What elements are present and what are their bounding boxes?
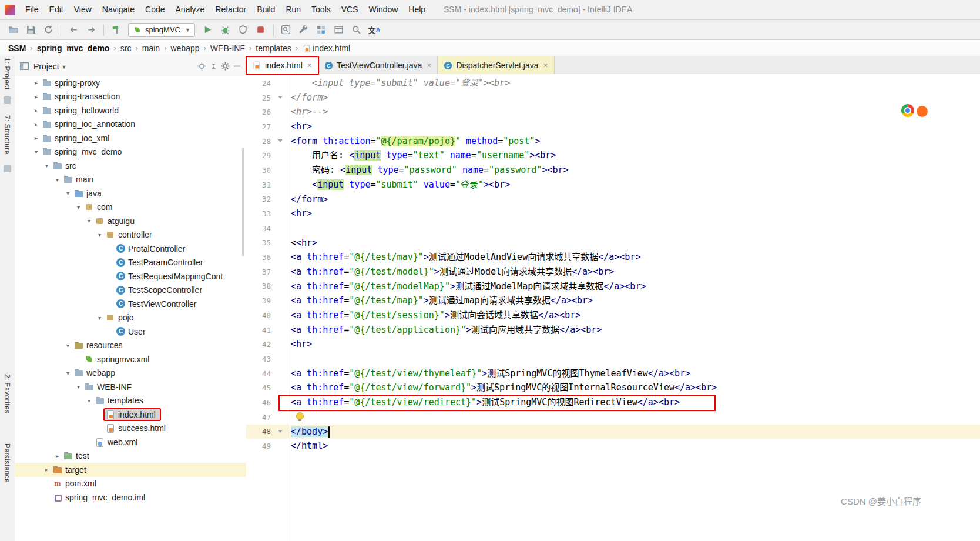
- tree-item[interactable]: CTestScopeController: [115, 285, 206, 295]
- tree-collapsed-arrow-icon[interactable]: ▸: [31, 121, 41, 128]
- code-text[interactable]: <hr>: [288, 119, 980, 134]
- tree-collapsed-arrow-icon[interactable]: ▸: [42, 466, 52, 473]
- save-all-icon[interactable]: [24, 23, 38, 37]
- editor-line[interactable]: 33<hr>: [246, 206, 980, 221]
- open-project-icon[interactable]: [6, 23, 20, 37]
- tree-collapsed-arrow-icon[interactable]: ▸: [31, 93, 41, 100]
- tree-row[interactable]: web.xml: [15, 435, 246, 449]
- tool-window-button-favorites[interactable]: 2: Favorites: [3, 374, 11, 414]
- tree-item[interactable]: CTestViewController: [115, 299, 200, 309]
- tree-row[interactable]: ▸spring-transaction: [15, 90, 246, 104]
- breadcrumb-item[interactable]: templates: [256, 44, 291, 53]
- translate-icon[interactable]: 文A: [367, 23, 381, 37]
- build-icon[interactable]: [109, 23, 123, 37]
- editor-line[interactable]: 49</html>: [246, 439, 980, 453]
- tree-row[interactable]: ▾com: [15, 201, 246, 215]
- fold-marker[interactable]: [273, 134, 288, 149]
- tree-expanded-arrow-icon[interactable]: ▾: [63, 342, 73, 349]
- code-text[interactable]: <a th:href="@{/test/view/thymeleaf}">测试S…: [288, 366, 980, 381]
- tree-row[interactable]: ▾src: [15, 159, 246, 173]
- tool-window-button-project[interactable]: 1: Project: [3, 58, 11, 90]
- hide-icon[interactable]: [231, 61, 243, 72]
- tree-row[interactable]: ▾main: [15, 173, 246, 187]
- code-text[interactable]: <a th:href="@{/test/view/forward}">测试Spr…: [288, 380, 980, 395]
- tab-dispatcherservlet-java[interactable]: CDispatcherServlet.java×: [438, 56, 554, 74]
- tree-row[interactable]: ▸spring_ioc_annotation: [15, 118, 246, 132]
- tool-window-button-structure[interactable]: 7: Structure: [3, 115, 11, 155]
- breadcrumb-item[interactable]: src: [120, 44, 132, 53]
- tree-collapsed-arrow-icon[interactable]: ▸: [31, 79, 41, 86]
- code-text[interactable]: <hr>: [288, 206, 980, 221]
- menu-analyze[interactable]: Analyze: [170, 0, 210, 19]
- tree-row[interactable]: ▾spring_mvc_demo: [15, 145, 246, 159]
- chrome-icon[interactable]: [901, 104, 914, 117]
- menu-view[interactable]: View: [69, 0, 97, 19]
- tree-item[interactable]: success.html: [105, 423, 170, 433]
- tree-item[interactable]: spring_mvc_demo: [41, 146, 126, 157]
- editor-line[interactable]: 39<a th:href="@{/test/map}">测试通过map向请求域共…: [246, 293, 980, 308]
- project-panel-title[interactable]: Project: [33, 62, 59, 71]
- editor-line[interactable]: 27<hr>: [246, 119, 980, 134]
- breadcrumb-item[interactable]: index.html: [302, 44, 350, 53]
- chevron-down-icon[interactable]: ▼: [62, 64, 67, 70]
- tree-row[interactable]: CTestParamController: [15, 256, 246, 270]
- code-text[interactable]: [288, 352, 980, 366]
- collapse-all-icon[interactable]: [207, 61, 219, 72]
- tree-expanded-arrow-icon[interactable]: ▾: [42, 162, 52, 169]
- code-text[interactable]: <a th:href="@{/test/modelMap}">测试通过Model…: [288, 279, 980, 294]
- close-icon[interactable]: ×: [427, 61, 431, 69]
- tree-expanded-arrow-icon[interactable]: ▾: [31, 149, 41, 155]
- tree-collapsed-arrow-icon[interactable]: ▸: [31, 135, 41, 141]
- editor-line[interactable]: 31 <input type="submit" value="登录"><br>: [246, 178, 980, 192]
- tree-item[interactable]: spring_ioc_annotation: [41, 119, 139, 129]
- back-icon[interactable]: [66, 23, 80, 37]
- tree-item[interactable]: atguigu: [94, 216, 139, 226]
- run-icon[interactable]: [201, 23, 215, 37]
- code-text[interactable]: <input type="submit" value="登录"><br>: [288, 178, 980, 192]
- synchronize-icon[interactable]: [41, 23, 55, 37]
- tab-index-html[interactable]: index.html×: [246, 56, 318, 74]
- fold-marker[interactable]: [273, 91, 288, 105]
- editor-line[interactable]: 43: [246, 352, 980, 366]
- code-text[interactable]: </form>: [288, 192, 980, 207]
- code-text[interactable]: 密码: <input type="password" name="passwor…: [288, 163, 980, 178]
- tree-row[interactable]: ▸target: [15, 463, 246, 477]
- find-icon[interactable]: [279, 23, 293, 37]
- editor-line[interactable]: 44<a th:href="@{/test/view/thymeleaf}">测…: [246, 366, 980, 381]
- editor-line[interactable]: 47: [246, 410, 980, 425]
- editor-line[interactable]: 37<a th:href="@{/test/model}">测试通过Model向…: [246, 265, 980, 279]
- code-text[interactable]: <a th:href="@{/test/mav}">测试通过ModelAndVi…: [288, 250, 980, 265]
- editor-line[interactable]: 35<<hr>: [246, 236, 980, 251]
- tree-row[interactable]: ▸spring_helloworld: [15, 103, 246, 118]
- tree-item[interactable]: CTestParamController: [115, 257, 207, 268]
- breadcrumb-item[interactable]: webapp: [170, 44, 199, 53]
- tree-row[interactable]: ▸spring-proxy: [15, 76, 246, 90]
- tree-row[interactable]: ▾pojo: [15, 311, 246, 325]
- code-text[interactable]: <hr>: [288, 337, 980, 352]
- tree-item[interactable]: templates: [94, 395, 147, 406]
- tree-expanded-arrow-icon[interactable]: ▾: [73, 383, 83, 390]
- forward-icon[interactable]: [84, 23, 98, 37]
- breadcrumb-item[interactable]: main: [142, 44, 160, 53]
- tree-expanded-arrow-icon[interactable]: ▾: [63, 370, 73, 376]
- tree-row[interactable]: success.html: [15, 422, 246, 436]
- tree-item[interactable]: springmvc.xml: [83, 354, 153, 365]
- tree-row[interactable]: CTestRequestMappingCont: [15, 269, 246, 283]
- menu-vcs[interactable]: VCS: [336, 0, 364, 19]
- tree-row[interactable]: CTestViewController: [15, 297, 246, 311]
- tree-item[interactable]: spring-proxy: [41, 78, 104, 88]
- tree-item[interactable]: index.html: [105, 409, 160, 420]
- gear-icon[interactable]: [219, 61, 231, 72]
- tool-window-icon[interactable]: [4, 96, 11, 104]
- code-text[interactable]: <a th:href="@{/test/session}">测试向会话域共享数据…: [288, 308, 980, 323]
- settings-wrench-icon[interactable]: [297, 23, 311, 37]
- tree-expanded-arrow-icon[interactable]: ▾: [84, 218, 94, 224]
- tree-row[interactable]: ▾java: [15, 186, 246, 201]
- tree-row[interactable]: ▸test: [15, 449, 246, 463]
- locate-icon[interactable]: [196, 61, 207, 72]
- code-text[interactable]: <input type="submit" value="登录"><br>: [288, 76, 980, 91]
- menu-build[interactable]: Build: [251, 0, 280, 19]
- tree-item[interactable]: target: [52, 465, 90, 475]
- tree-item[interactable]: web.xml: [94, 437, 142, 448]
- editor-line[interactable]: 45<a th:href="@{/test/view/forward}">测试S…: [246, 380, 980, 395]
